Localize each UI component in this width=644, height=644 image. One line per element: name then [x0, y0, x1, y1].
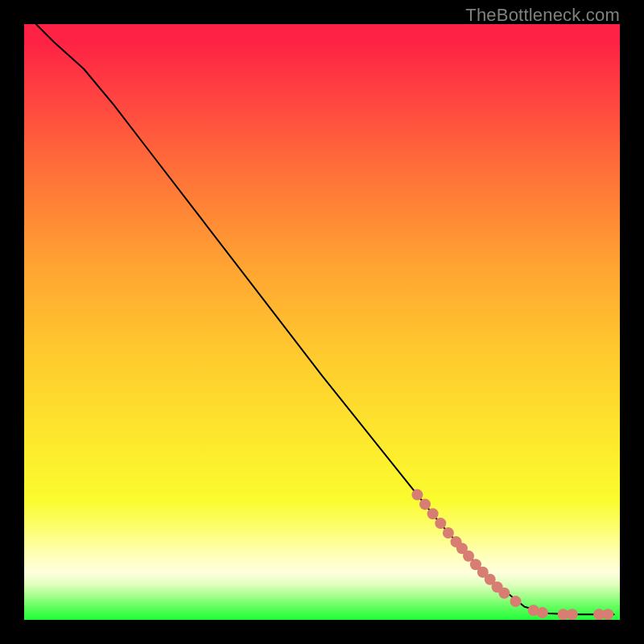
chart-overlay-svg — [24, 24, 620, 620]
curve-line — [36, 24, 614, 614]
chart-frame: TheBottleneck.com — [0, 0, 644, 644]
data-marker — [602, 609, 613, 620]
data-marker — [498, 588, 510, 599]
data-marker — [435, 518, 446, 529]
data-marker — [567, 609, 578, 620]
plot-area — [24, 24, 620, 620]
branding-watermark: TheBottleneck.com — [465, 5, 620, 26]
data-marker — [510, 596, 522, 607]
data-marker — [537, 607, 548, 618]
data-marker — [419, 498, 431, 510]
data-marker — [443, 527, 454, 539]
data-marker — [411, 489, 423, 501]
data-marker — [427, 508, 439, 519]
data-markers — [411, 489, 613, 620]
